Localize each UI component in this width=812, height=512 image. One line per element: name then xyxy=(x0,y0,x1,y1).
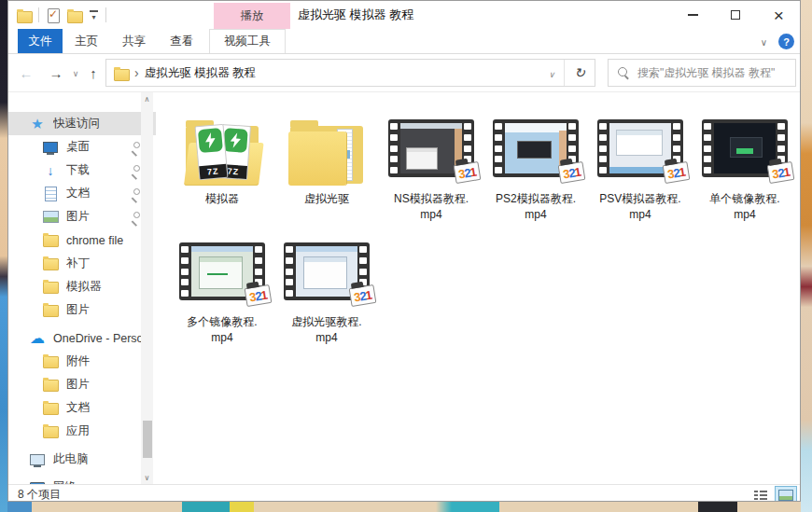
media-player-321-badge: 321 xyxy=(245,284,273,307)
close-button[interactable] xyxy=(757,1,800,29)
film-hole xyxy=(286,269,293,275)
file-item-模拟器[interactable]: 7Z7Z模拟器 xyxy=(170,105,274,228)
minimize-icon xyxy=(688,14,698,16)
tab-共享[interactable]: 共享 xyxy=(110,29,158,53)
film-hole xyxy=(495,145,502,152)
film-hole xyxy=(464,145,471,152)
thumbnail-window xyxy=(199,256,243,289)
folder-icon xyxy=(42,377,59,393)
thumbnail-window xyxy=(730,137,763,158)
maximize-button[interactable] xyxy=(714,1,757,29)
refresh-icon xyxy=(574,65,585,80)
ribbon-tabs: 文件主页共享查看视频工具 xyxy=(18,29,286,53)
sidebar-item-OneDrive - Perso[interactable]: ☁OneDrive - Perso xyxy=(8,326,156,350)
thumbnail-window xyxy=(303,256,347,289)
film-hole xyxy=(359,269,367,275)
sidebar-item-图片[interactable]: 图片 xyxy=(8,205,156,228)
expand-ribbon-chevron-icon[interactable] xyxy=(761,35,767,48)
file-extension: mp4 xyxy=(315,330,337,346)
tab-主页[interactable]: 主页 xyxy=(63,29,110,53)
pictures-icon xyxy=(42,209,59,225)
file-item-多个镜像教程.[interactable]: 321多个镜像教程.mp4 xyxy=(170,228,274,352)
file-item-NS模拟器教程.[interactable]: 321NS模拟器教程.mp4 xyxy=(379,105,483,228)
breadcrumb-segment[interactable]: 虚拟光驱 模拟器 教程 xyxy=(145,65,256,81)
folder-front xyxy=(288,131,346,186)
sidebar-item-图片[interactable]: 图片 xyxy=(8,373,156,396)
refresh-button[interactable] xyxy=(565,60,595,86)
sidebar-item-网络[interactable]: 网络 xyxy=(8,476,156,484)
contextual-tab-play[interactable]: 播放 xyxy=(214,3,290,29)
tab-查看[interactable]: 查看 xyxy=(158,29,205,53)
sidebar-item-桌面[interactable]: 桌面 xyxy=(8,135,156,159)
forward-button[interactable] xyxy=(42,54,70,92)
sidebar-item-补丁[interactable]: 补丁 xyxy=(8,252,156,275)
sidebar-item-附件[interactable]: 附件 xyxy=(8,350,156,373)
sidebar-item-文档[interactable]: 文档 xyxy=(8,182,156,205)
close-icon xyxy=(773,7,783,24)
content-area: ★快速访问桌面↓下载文档图片chrome file补丁模拟器图片☁OneDriv… xyxy=(8,92,800,484)
ribbon-right-controls: ? xyxy=(761,29,794,54)
sidebar-item-chrome file[interactable]: chrome file xyxy=(8,228,156,252)
address-bar[interactable]: 虚拟光驱 模拟器 教程 xyxy=(105,59,595,87)
video-filmstrip-icon: 321 xyxy=(493,119,579,177)
explorer-window: 播放 虚拟光驱 模拟器 教程 文件主页共享查看视频工具 ? 虚拟光驱 模拟器 教… xyxy=(7,0,801,502)
sidebar-item-label: 快速访问 xyxy=(53,116,100,131)
sidebar-item-label: 文档 xyxy=(66,186,90,201)
holes-left xyxy=(495,122,503,174)
chevron-right-icon[interactable] xyxy=(134,65,139,80)
help-button[interactable]: ? xyxy=(778,34,794,49)
sidebar-item-label: 图片 xyxy=(66,377,90,393)
desktop-icon xyxy=(42,139,59,155)
file-extension: mp4 xyxy=(525,207,546,223)
item-count: 8 个项目 xyxy=(18,487,61,502)
folder-icon xyxy=(42,302,59,318)
sidebar-item-图片[interactable]: 图片 xyxy=(8,298,156,322)
film-hole xyxy=(286,257,293,264)
file-item-单个镜像教程.[interactable]: 321单个镜像教程.mp4 xyxy=(693,105,797,228)
media-player-321-badge: 321 xyxy=(558,161,586,184)
new-folder-icon[interactable] xyxy=(66,8,82,22)
thumbnail-view-button[interactable] xyxy=(775,486,797,502)
file-item-虚拟光驱[interactable]: 虚拟光驱 xyxy=(274,105,379,228)
customize-toolbar-dropdown-icon[interactable] xyxy=(89,9,99,21)
up-button[interactable] xyxy=(81,54,105,92)
film-hole xyxy=(181,269,189,275)
minimize-button[interactable] xyxy=(671,1,714,29)
address-dropdown-button[interactable] xyxy=(539,60,564,86)
ribbon-tab-row: 文件主页共享查看视频工具 ? xyxy=(8,29,800,54)
file-item-PSV模拟器教程.[interactable]: 321PSV模拟器教程.mp4 xyxy=(588,105,693,228)
details-view-button[interactable] xyxy=(749,486,772,502)
sidebar-item-label: 桌面 xyxy=(66,139,90,155)
file-item-虚拟光驱教程.[interactable]: 321虚拟光驱教程.mp4 xyxy=(274,228,379,352)
search-box[interactable]: 搜索"虚拟光驱 模拟器 教程" xyxy=(608,59,796,87)
sidebar-scrollbar[interactable]: ∧ ∨ xyxy=(141,92,153,484)
film-hole xyxy=(286,246,293,253)
scroll-down-icon[interactable]: ∨ xyxy=(141,471,153,484)
film-hole xyxy=(704,134,711,141)
search-placeholder: 搜索"虚拟光驱 模拟器 教程" xyxy=(637,65,775,81)
sidebar-item-下载[interactable]: ↓下载 xyxy=(8,159,156,182)
back-button[interactable] xyxy=(12,54,40,92)
sidebar-item-快速访问[interactable]: ★快速访问 xyxy=(8,112,156,135)
file-item-PS2模拟器教程.[interactable]: 321PS2模拟器教程.mp4 xyxy=(483,105,588,228)
archive-label: 7Z xyxy=(199,164,227,179)
navigation-pane: ★快速访问桌面↓下载文档图片chrome file补丁模拟器图片☁OneDriv… xyxy=(8,92,156,484)
tab-视频工具[interactable]: 视频工具 xyxy=(209,29,286,53)
scrollbar-thumb[interactable] xyxy=(143,421,152,458)
media-player-321-badge: 321 xyxy=(454,161,482,184)
view-toggle-buttons xyxy=(749,485,797,502)
sidebar-item-模拟器[interactable]: 模拟器 xyxy=(8,275,156,298)
sidebar-item-label: 文档 xyxy=(66,400,90,416)
tab-文件[interactable]: 文件 xyxy=(18,29,63,53)
sidebar-item-label: 补丁 xyxy=(66,256,90,271)
sidebar-item-文档[interactable]: 文档 xyxy=(8,396,156,420)
folder-icon xyxy=(42,400,59,416)
film-hole xyxy=(704,156,711,162)
thumbnail-window xyxy=(616,130,663,156)
film-hole xyxy=(255,246,262,253)
video-filmstrip-icon: 321 xyxy=(388,119,474,177)
properties-icon[interactable] xyxy=(46,7,60,22)
sidebar-item-此电脑[interactable]: 此电脑 xyxy=(8,448,156,471)
sidebar-item-应用[interactable]: 应用 xyxy=(8,420,156,443)
scroll-up-icon[interactable]: ∧ xyxy=(141,92,153,105)
